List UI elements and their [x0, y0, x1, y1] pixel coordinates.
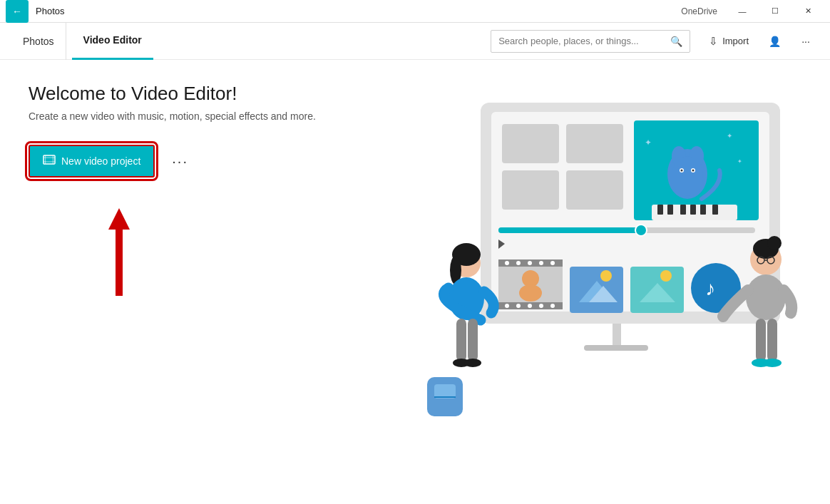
svg-point-41 [528, 261, 532, 265]
svg-rect-67 [468, 319, 478, 361]
new-project-icon [43, 153, 56, 169]
tab-video-editor[interactable]: Video Editor [72, 23, 153, 60]
user-button[interactable]: 👤 [762, 29, 787, 54]
svg-point-80 [746, 274, 786, 320]
svg-point-69 [464, 359, 481, 367]
svg-rect-4 [53, 155, 53, 164]
back-icon: ← [12, 6, 22, 17]
svg-point-39 [505, 261, 509, 265]
svg-point-17 [672, 156, 703, 196]
svg-point-34 [635, 225, 647, 236]
new-project-label: New video project [61, 155, 140, 167]
new-video-project-button[interactable]: New video project [29, 145, 155, 178]
svg-point-76 [767, 236, 782, 250]
svg-point-43 [550, 261, 555, 265]
svg-point-54 [600, 270, 612, 282]
onedrive-label: OneDrive [681, 6, 717, 16]
svg-text:✦: ✦ [727, 132, 732, 140]
svg-point-84 [763, 359, 782, 367]
user-icon: 👤 [769, 36, 781, 47]
svg-rect-82 [767, 319, 777, 361]
svg-rect-81 [756, 319, 766, 361]
svg-point-40 [516, 261, 521, 265]
maximize-button[interactable]: ☐ [759, 0, 791, 23]
svg-point-57 [660, 270, 672, 282]
svg-point-46 [528, 304, 532, 308]
svg-rect-26 [657, 205, 663, 215]
toolbar-right: ⇩ Import 👤 ··· [702, 29, 819, 54]
illustration: ✦ ✦ ✦ [388, 99, 816, 491]
import-icon: ⇩ [709, 35, 718, 48]
svg-point-48 [550, 304, 555, 308]
titlebar: ← Photos OneDrive — ☐ ✕ [0, 0, 830, 23]
svg-rect-33 [498, 227, 641, 233]
svg-rect-31 [712, 205, 718, 215]
search-icon: 🔍 [670, 36, 682, 47]
svg-rect-6 [116, 228, 123, 296]
svg-rect-28 [680, 205, 686, 215]
svg-point-44 [505, 304, 509, 308]
back-button[interactable]: ← [6, 0, 29, 23]
more-icon: ··· [801, 36, 810, 47]
app-title: Photos [29, 6, 681, 16]
svg-marker-5 [108, 208, 130, 230]
svg-rect-27 [667, 205, 673, 215]
svg-text:✦: ✦ [737, 158, 742, 165]
svg-rect-9 [502, 124, 559, 163]
tab-photos[interactable]: Photos [11, 23, 66, 60]
minimize-button[interactable]: — [726, 0, 759, 23]
svg-text:♪: ♪ [705, 277, 715, 299]
svg-rect-66 [456, 319, 466, 361]
svg-rect-60 [613, 324, 621, 345]
more-options-button[interactable]: ··· [793, 29, 819, 54]
import-button[interactable]: ⇩ Import [702, 32, 756, 51]
svg-rect-12 [566, 170, 623, 210]
film-icon [43, 153, 56, 166]
svg-point-50 [519, 284, 542, 302]
more-projects-button[interactable]: ··· [166, 150, 194, 173]
svg-rect-3 [45, 155, 46, 164]
svg-rect-61 [584, 345, 648, 351]
svg-point-42 [539, 261, 543, 265]
svg-rect-29 [690, 205, 696, 215]
app-toolbar: Photos Video Editor 🔍 ⇩ Import 👤 ··· [0, 23, 830, 60]
main-content: Welcome to Video Editor! Create a new vi… [0, 60, 830, 200]
svg-point-47 [539, 304, 543, 308]
red-arrow [108, 208, 130, 301]
svg-point-20 [681, 170, 683, 172]
svg-text:✦: ✦ [645, 138, 652, 148]
svg-rect-10 [566, 124, 623, 163]
window-controls: — ☐ ✕ [726, 0, 824, 23]
svg-point-45 [516, 304, 521, 308]
close-button[interactable]: ✕ [791, 0, 824, 23]
svg-point-21 [692, 170, 695, 172]
search-box[interactable]: 🔍 [491, 30, 690, 53]
svg-rect-30 [700, 205, 706, 215]
search-input[interactable] [498, 36, 670, 46]
svg-rect-11 [502, 170, 559, 210]
